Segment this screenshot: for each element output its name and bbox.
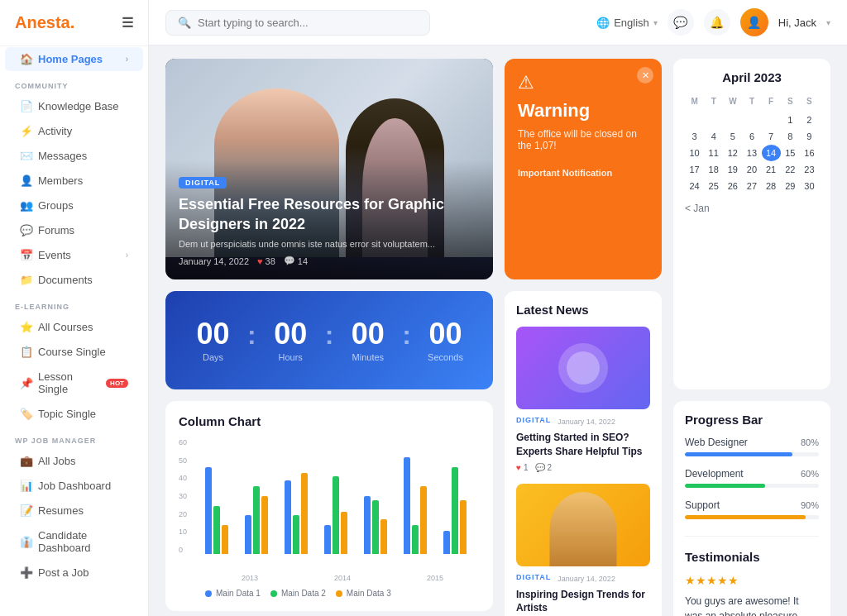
- news-title[interactable]: Inspiring Design Trends for Artists: [516, 588, 650, 616]
- documents-icon: 📁: [20, 274, 31, 286]
- sidebar-item-activity[interactable]: ⚡ Activity: [5, 119, 143, 143]
- calendar-day[interactable]: 12: [723, 145, 742, 161]
- sidebar-item-resumes[interactable]: 📝 Resumes: [5, 499, 143, 523]
- sidebar-item-documents[interactable]: 📁 Documents: [5, 268, 143, 292]
- calendar-day[interactable]: 8: [781, 128, 800, 145]
- sidebar-item-topic-single[interactable]: 🏷️ Topic Single: [5, 402, 143, 426]
- countdown-days-value: 00: [182, 319, 244, 349]
- sidebar-item-lesson-single[interactable]: 📌 Lesson Single HOT: [5, 365, 143, 401]
- chart-bar-main2: [372, 500, 379, 554]
- search-bar[interactable]: 🔍: [165, 10, 430, 36]
- chart-area: 60 50 40 30 20 10 0: [179, 438, 480, 571]
- calendar-day[interactable]: 2: [800, 112, 819, 128]
- calendar-day[interactable]: 24: [685, 178, 704, 194]
- sidebar-item-course-single[interactable]: 📋 Course Single: [5, 340, 143, 364]
- user-label[interactable]: Hi, Jack: [778, 17, 816, 29]
- calendar-day[interactable]: 28: [762, 178, 781, 194]
- sidebar-item-events[interactable]: 📅 Events ›: [5, 243, 143, 267]
- calendar-day[interactable]: 11: [704, 145, 723, 161]
- calendar-day[interactable]: 20: [742, 161, 761, 178]
- search-input[interactable]: [198, 17, 418, 29]
- notification-button[interactable]: 🔔: [704, 9, 730, 36]
- calendar-day[interactable]: 30: [800, 178, 819, 194]
- sidebar-item-label: Forums: [38, 224, 74, 236]
- calendar-day[interactable]: 1: [781, 112, 800, 128]
- calendar-day[interactable]: 19: [723, 161, 742, 178]
- sidebar-item-label: Course Single: [38, 346, 106, 358]
- calendar-day[interactable]: 3: [685, 128, 704, 145]
- legend-label: Main Data 2: [281, 589, 326, 598]
- news-comments: 💬 2: [535, 463, 553, 472]
- calendar-day[interactable]: 23: [800, 161, 819, 178]
- calendar-day[interactable]: 27: [742, 178, 761, 194]
- chart-bar-main1: [364, 496, 371, 554]
- comment-icon: 💬: [284, 255, 295, 266]
- sidebar-item-post-a-job[interactable]: ➕ Post a Job: [5, 561, 143, 585]
- calendar-day[interactable]: 29: [781, 178, 800, 194]
- calendar-day[interactable]: 17: [685, 161, 704, 178]
- chart-bar-main1: [205, 467, 212, 554]
- calendar-day[interactable]: 15: [781, 145, 800, 161]
- calendar-day[interactable]: 9: [800, 128, 819, 145]
- app-logo: Anesta. ☰: [0, 0, 148, 46]
- warning-link[interactable]: Important Notification: [518, 168, 648, 178]
- legend-dot: [270, 590, 277, 597]
- chart-bar-main3: [420, 486, 427, 554]
- forums-icon: 💬: [20, 224, 31, 236]
- sidebar-item-home-pages[interactable]: 🏠 Home Pages ›: [5, 47, 143, 71]
- calendar-day[interactable]: 5: [723, 128, 742, 145]
- sidebar-item-label: Candidate Dashboard: [38, 529, 128, 554]
- sidebar-item-members[interactable]: 👤 Members: [5, 169, 143, 193]
- calendar-day[interactable]: 22: [781, 161, 800, 178]
- legend-label: Main Data 1: [216, 589, 261, 598]
- calendar-day[interactable]: 7: [762, 128, 781, 145]
- news-thumbnail-2: [516, 484, 650, 566]
- calendar-week-4: 17 18 19 20 21 22 23: [685, 161, 819, 178]
- user-avatar[interactable]: 👤: [740, 8, 768, 36]
- calendar-day[interactable]: 13: [742, 145, 761, 161]
- sidebar-item-forums[interactable]: 💬 Forums: [5, 218, 143, 242]
- elearning-section-label: E-LEARNING: [0, 293, 148, 314]
- latest-news-title: Latest News: [516, 303, 650, 317]
- testimonials-title: Testimonials: [685, 550, 819, 564]
- progress-item-web-designer: Web Designer 80%: [685, 437, 819, 456]
- progress-bar-bg: [685, 515, 819, 519]
- calendar-day[interactable]: 18: [704, 161, 723, 178]
- chart-bar-main3: [222, 525, 228, 554]
- warning-icon: ⚠: [518, 72, 648, 93]
- chart-bar-main2: [213, 506, 220, 554]
- warning-close-button[interactable]: ✕: [637, 67, 653, 84]
- calendar-day[interactable]: 10: [685, 145, 704, 161]
- calendar-day[interactable]: 26: [723, 178, 742, 194]
- sidebar-item-knowledge-base[interactable]: 📄 Knowledge Base: [5, 94, 143, 118]
- chart-x-labels: 2013 2014 2015: [179, 574, 480, 582]
- sidebar: Anesta. ☰ 🏠 Home Pages › COMMUNITY 📄 Kno…: [0, 0, 149, 616]
- calendar-day[interactable]: 16: [800, 145, 819, 161]
- calendar-day[interactable]: 25: [704, 178, 723, 194]
- sidebar-item-label: Members: [38, 174, 83, 187]
- calendar-prev-button[interactable]: < Jan: [685, 203, 710, 214]
- sidebar-item-all-jobs[interactable]: 💼 All Jobs: [5, 449, 143, 473]
- calendar-day-today[interactable]: 14: [762, 145, 781, 161]
- globe-icon: 🌐: [596, 17, 610, 29]
- calendar-day[interactable]: 6: [742, 128, 761, 145]
- calendar-day[interactable]: 21: [762, 161, 781, 178]
- topbar: 🔍 🌐 English ▾ 💬 🔔 👤 Hi, Jack ▾: [149, 0, 847, 45]
- sidebar-item-job-dashboard[interactable]: 📊 Job Dashboard: [5, 474, 143, 498]
- chart-bar-main2: [452, 467, 458, 554]
- news-title[interactable]: Getting Started in SEO? Experts Share He…: [516, 431, 650, 459]
- language-selector[interactable]: 🌐 English ▾: [596, 17, 658, 29]
- sidebar-item-groups[interactable]: 👥 Groups: [5, 193, 143, 217]
- sidebar-item-candidate-dashboard[interactable]: 👔 Candidate Dashboard: [5, 523, 143, 560]
- hamburger-icon[interactable]: ☰: [122, 15, 133, 31]
- chart-bar-main1: [285, 480, 291, 554]
- sidebar-item-all-courses[interactable]: ⭐ All Courses: [5, 315, 143, 339]
- progress-bar-fill: [685, 515, 806, 519]
- chat-button[interactable]: 💬: [668, 9, 694, 36]
- calendar-day[interactable]: 4: [704, 128, 723, 145]
- sidebar-item-label: Lesson Single: [38, 370, 99, 395]
- logo-text: Anesta.: [15, 13, 74, 32]
- sidebar-item-messages[interactable]: ✉️ Messages: [5, 144, 143, 168]
- activity-icon: ⚡: [20, 125, 31, 137]
- news-date: January 14, 2022: [557, 575, 615, 583]
